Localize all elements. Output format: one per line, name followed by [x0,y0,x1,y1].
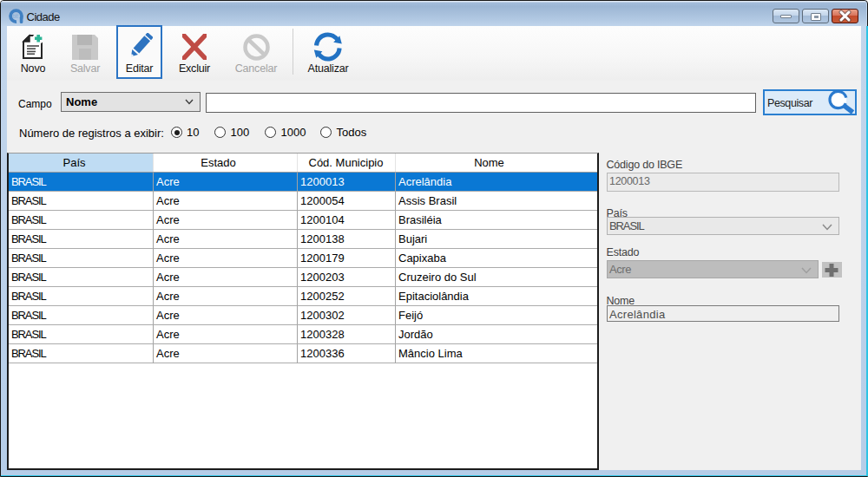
svg-text:bit: bit [12,13,18,19]
